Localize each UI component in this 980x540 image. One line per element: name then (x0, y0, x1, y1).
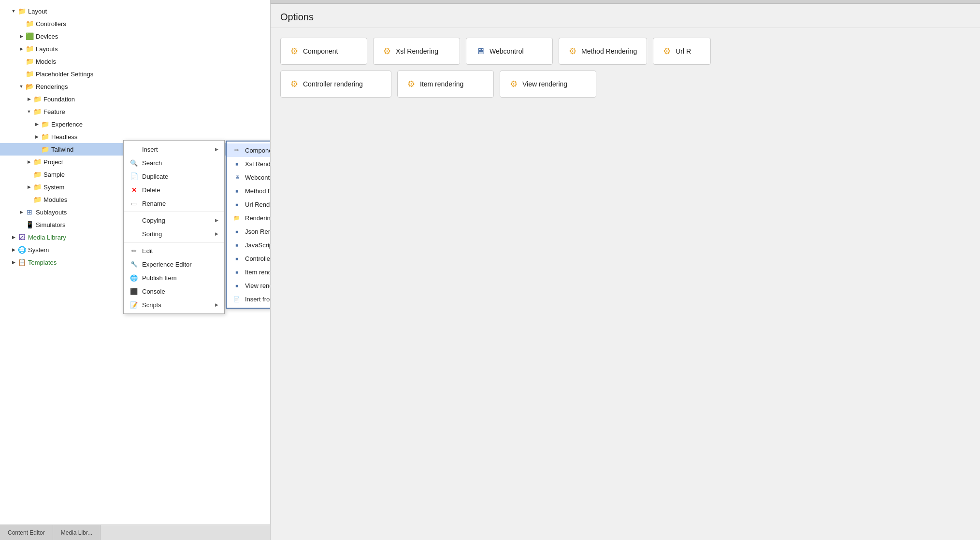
expand-icon-project[interactable]: ▶ (25, 158, 33, 166)
menu-item-insert[interactable]: Insert (124, 142, 224, 156)
sub-label-insert-from-template: Insert from template (245, 296, 271, 303)
expand-icon-layout[interactable]: ▼ (10, 7, 17, 15)
tree-label-media-library: Media Library (28, 234, 66, 241)
option-label-controller-rendering: Controller rendering (303, 80, 363, 88)
option-card-xsl-rendering[interactable]: ⚙ Xsl Rendering (373, 38, 460, 65)
expand-icon-renderings[interactable]: ▼ (17, 83, 25, 90)
option-card-method-rendering[interactable]: ⚙ Method Rendering (559, 38, 647, 65)
tree-item-renderings[interactable]: ▼ 📂 Renderings (0, 80, 270, 93)
submenu-item-item-rendering[interactable]: ■ Item rendering (227, 265, 271, 279)
tree-label-simulators: Simulators (36, 221, 65, 228)
menu-item-rename[interactable]: ▭ Rename (124, 197, 224, 210)
tree-label-system-renderings: System (43, 184, 64, 191)
tree-item-devices[interactable]: ▶ 🟩 Devices (0, 30, 270, 43)
submenu-item-method-rendering[interactable]: ■ Method Rendering (227, 184, 271, 198)
option-card-view-rendering[interactable]: ⚙ View rendering (500, 71, 596, 98)
tree-item-layouts[interactable]: ▶ 📁 Layouts (0, 43, 270, 55)
submenu-item-json-rendering[interactable]: ■ Json Rendering (227, 225, 271, 238)
expand-icon-feature[interactable]: ▼ (25, 108, 33, 115)
menu-item-experience-editor[interactable]: 🔧 Experience Editor (124, 257, 224, 271)
submenu-item-rendering-folder[interactable]: 📁 Rendering Folder (227, 211, 271, 225)
item-rendering-option-icon: ⚙ (407, 79, 415, 89)
system-icon: 🌐 (17, 245, 26, 254)
expand-icon-system-root[interactable]: ▶ (10, 246, 17, 254)
edit-icon: ✏ (130, 246, 138, 255)
tree-label-project: Project (43, 158, 63, 166)
publish-icon: 🌐 (130, 273, 138, 282)
expand-icon-tailwind[interactable] (33, 145, 41, 153)
tree-item-foundation[interactable]: ▶ 📁 Foundation (0, 93, 270, 105)
option-card-controller-rendering[interactable]: ⚙ Controller rendering (280, 71, 391, 98)
expand-icon-sublayouts[interactable]: ▶ (17, 208, 25, 216)
tab-content-editor[interactable]: Content Editor (0, 525, 53, 540)
menu-item-duplicate[interactable]: 📄 Duplicate (124, 170, 224, 183)
submenu-insert: ✏ Component ■ Xsl Rendering 🖥 Webcontrol… (226, 141, 271, 309)
folder-icon-headless: 📁 (41, 132, 49, 141)
menu-item-sorting[interactable]: Sorting (124, 227, 224, 241)
menu-item-copying[interactable]: Copying (124, 213, 224, 227)
tree-item-models[interactable]: 📁 Models (0, 55, 270, 68)
expand-icon-sample[interactable] (25, 171, 33, 178)
url-rendering-option-icon: ⚙ (663, 46, 671, 57)
submenu-item-insert-from-template[interactable]: 📄 Insert from template (227, 292, 271, 306)
expand-icon-system-renderings[interactable]: ▶ (25, 183, 33, 191)
tree-item-placeholder-settings[interactable]: 📁 Placeholder Settings (0, 68, 270, 80)
option-card-url-rendering[interactable]: ⚙ Url R (653, 38, 711, 65)
expand-icon-simulators[interactable] (17, 221, 25, 228)
option-card-item-rendering[interactable]: ⚙ Item rendering (397, 71, 494, 98)
submenu-item-xsl-rendering[interactable]: ■ Xsl Rendering (227, 157, 271, 171)
tree-item-experience[interactable]: ▶ 📁 Experience (0, 118, 270, 130)
folder-icon-modules: 📁 (33, 195, 42, 204)
sub-icon-url: ■ (232, 200, 241, 209)
sub-label-item-rendering: Item rendering (245, 269, 271, 276)
view-rendering-option-icon: ⚙ (510, 79, 518, 89)
submenu-item-view-rendering[interactable]: ■ View rendering (227, 279, 271, 292)
expand-icon-layouts[interactable]: ▶ (17, 45, 25, 53)
menu-item-search[interactable]: 🔍 Search (124, 156, 224, 170)
menu-label-edit: Edit (142, 247, 153, 255)
delete-icon: ✕ (130, 185, 138, 194)
tree-item-controllers[interactable]: 📁 Controllers (0, 17, 270, 30)
duplicate-icon: 📄 (130, 172, 138, 181)
expand-icon-controllers[interactable] (17, 20, 25, 28)
tree-label-sample: Sample (43, 171, 65, 178)
menu-item-publish-item[interactable]: 🌐 Publish Item (124, 271, 224, 284)
submenu-item-component[interactable]: ✏ Component (227, 143, 271, 157)
left-panel: ▼ 📁 Layout 📁 Controllers ▶ 🟩 Devices ▶ 📁 (0, 0, 271, 540)
sorting-icon (130, 229, 138, 238)
option-label-method-rendering: Method Rendering (581, 47, 637, 55)
expand-icon-modules[interactable] (25, 196, 33, 203)
expand-icon-devices[interactable]: ▶ (17, 32, 25, 40)
tree-label-devices: Devices (36, 33, 58, 40)
expand-icon-headless[interactable]: ▶ (33, 133, 41, 141)
sub-icon-view: ■ (232, 281, 241, 290)
tree-label-templates: Templates (28, 259, 57, 266)
submenu-item-controller-rendering[interactable]: ■ Controller rendering (227, 252, 271, 265)
menu-item-delete[interactable]: ✕ Delete (124, 183, 224, 197)
expand-icon-models[interactable] (17, 57, 25, 65)
tab-media-library[interactable]: Media Libr... (53, 525, 101, 540)
sub-icon-xsl: ■ (232, 159, 241, 168)
expand-icon-foundation[interactable]: ▶ (25, 95, 33, 103)
menu-item-scripts[interactable]: 📝 Scripts (124, 298, 224, 312)
sub-label-webcontrol: Webcontrol (245, 174, 271, 181)
option-card-component[interactable]: ⚙ Component (280, 38, 367, 65)
expand-icon-media[interactable]: ▶ (10, 233, 17, 241)
tree-item-layout[interactable]: ▼ 📁 Layout (0, 5, 270, 17)
expand-icon-placeholder[interactable] (17, 70, 25, 78)
sim-icon: 📱 (25, 220, 34, 229)
menu-item-edit[interactable]: ✏ Edit (124, 244, 224, 257)
submenu-item-webcontrol[interactable]: 🖥 Webcontrol (227, 171, 271, 184)
sub-label-json-rendering: Json Rendering (245, 228, 271, 235)
submenu-item-javascript-rendering[interactable]: ■ JavaScript Rendering (227, 238, 271, 252)
sub-icon-webcontrol: 🖥 (232, 173, 241, 182)
option-label-view-rendering: View rendering (522, 80, 567, 88)
expand-icon-experience[interactable]: ▶ (33, 120, 41, 128)
option-card-webcontrol[interactable]: 🖥 Webcontrol (466, 38, 553, 65)
tree-item-feature[interactable]: ▼ 📁 Feature (0, 105, 270, 118)
menu-item-console[interactable]: ⬛ Console (124, 284, 224, 298)
submenu-item-url-rendering[interactable]: ■ Url Rendering (227, 198, 271, 211)
tree-label-models: Models (36, 58, 56, 65)
tree-label-layouts: Layouts (36, 45, 58, 53)
expand-icon-templates[interactable]: ▶ (10, 258, 17, 266)
